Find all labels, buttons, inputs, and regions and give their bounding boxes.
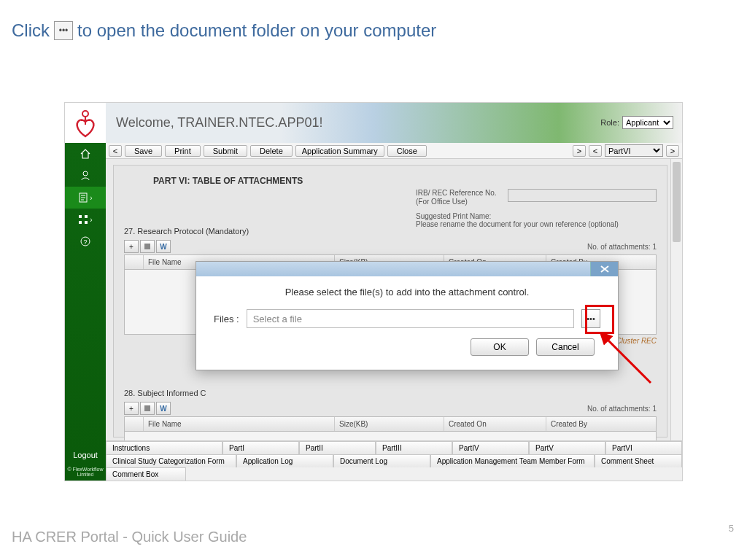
clipboard-icon (78, 192, 88, 203)
nav-help[interactable]: ? (65, 230, 106, 252)
save-attachment-button[interactable] (140, 240, 155, 253)
welcome-text: Welcome, TRAINER.NTEC.APP01! (116, 115, 322, 131)
copyright: © FlexWorkflow Limited (65, 464, 106, 481)
nav-user[interactable] (65, 165, 106, 187)
page-number: 5 (729, 523, 734, 534)
tab-part1[interactable]: PartI (222, 441, 299, 454)
submit-button[interactable]: Submit (204, 145, 247, 157)
attachment-table-28: File Name Size(KB) Created On Created By (124, 416, 657, 440)
summary-button[interactable]: Application Summary (295, 145, 384, 157)
tb-next-section[interactable]: > (573, 145, 586, 157)
scrollbar[interactable] (670, 159, 682, 440)
add-attachment-button-2[interactable]: + (124, 402, 139, 415)
dialog-close-button[interactable] (590, 262, 618, 276)
tab-part4[interactable]: PartIV (452, 441, 529, 454)
svg-rect-10 (144, 405, 150, 411)
tab-app-log[interactable]: Application Log (236, 454, 333, 467)
svg-text:?: ? (83, 238, 87, 246)
chevron-right-icon: › (90, 216, 92, 224)
home-icon (80, 148, 91, 160)
file-input[interactable]: Select a file (247, 309, 574, 328)
close-icon (600, 265, 610, 273)
nav-grid[interactable]: › (65, 209, 106, 230)
tb-prev[interactable]: < (109, 145, 122, 157)
col-created-by-2: Created By (546, 417, 656, 431)
word-attachment-button[interactable]: W (156, 240, 171, 253)
help-icon: ? (80, 236, 91, 247)
reference-row: IRB/ REC Reference No. (For Office Use) (416, 189, 657, 206)
save-button[interactable]: Save (125, 145, 162, 157)
svg-rect-3 (79, 215, 82, 218)
svg-rect-9 (144, 244, 150, 249)
person-icon (80, 170, 91, 182)
attachment-count-2: No. of attachments: 1 (587, 405, 657, 413)
sidebar: › › ? Logout © FlexWorkflow Limited (65, 143, 106, 481)
question-28: 28. Subject Informed C (124, 389, 657, 397)
svg-point-0 (82, 111, 88, 117)
ref-label-1: IRB/ REC Reference No. (416, 189, 503, 198)
nav-form[interactable]: › (65, 187, 106, 209)
ok-button[interactable]: OK (471, 338, 529, 356)
svg-rect-5 (79, 221, 82, 224)
role-label: Role: (600, 118, 619, 127)
ellipsis-icon: ••• (54, 21, 73, 40)
dialog-text: Please select the file(s) to add into th… (214, 287, 600, 298)
files-label: Files : (214, 314, 239, 324)
instruction-heading: Click ••• to open the document folder on… (12, 20, 436, 41)
form-title: PART VI: TABLE OF ATTACHMENTS (153, 176, 657, 186)
section-select[interactable]: PartVI (605, 144, 663, 157)
bottom-tabs: Instructions PartI PartII PartIII PartIV… (106, 440, 682, 481)
instruction-prefix: Click (12, 20, 50, 41)
print-button[interactable]: Print (165, 145, 201, 157)
delete-button[interactable]: Delete (250, 145, 293, 157)
file-placeholder: Select a file (253, 314, 302, 324)
role-selector: Role: Applicant (600, 116, 673, 129)
svg-rect-6 (85, 221, 88, 224)
word-attachment-button-2[interactable]: W (156, 402, 171, 415)
file-select-dialog: Please select the file(s) to add into th… (196, 261, 619, 370)
dialog-titlebar (196, 262, 618, 276)
tab-part5[interactable]: PartV (529, 441, 605, 454)
tab-instructions[interactable]: Instructions (106, 441, 222, 454)
disk-icon (144, 405, 151, 412)
col-size-2: Size(KB) (335, 417, 444, 431)
footer-title: HA CRER Portal - Quick User Guide (12, 529, 247, 545)
save-attachment-button-2[interactable] (140, 402, 155, 415)
reference-input[interactable] (508, 189, 657, 202)
grid-icon (78, 214, 88, 225)
svg-rect-4 (85, 215, 88, 218)
tb-next[interactable]: > (666, 145, 679, 157)
tb-prev-section[interactable]: < (589, 145, 602, 157)
logo (65, 103, 106, 143)
tab-part6[interactable]: PartVI (605, 441, 682, 454)
cancel-button[interactable]: Cancel (536, 338, 595, 356)
close-button[interactable]: Close (387, 145, 427, 157)
tab-categorization[interactable]: Clinical Study Categorization Form (106, 454, 236, 467)
suggested-print-name: Suggested Print Name: Please rename the … (416, 212, 657, 228)
disk-icon (144, 243, 151, 250)
nav-home[interactable] (65, 143, 106, 165)
banner: Welcome, TRAINER.NTEC.APP01! Role: Appli… (65, 103, 682, 143)
tab-doc-log[interactable]: Document Log (333, 454, 430, 467)
tab-part2[interactable]: PartII (299, 441, 376, 454)
tab-team-form[interactable]: Application Management Team Member Form (430, 454, 595, 467)
form-toolbar: < Save Print Submit Delete Application S… (106, 143, 682, 159)
role-select[interactable]: Applicant (622, 116, 673, 129)
tab-comment-sheet[interactable]: Comment Sheet (595, 454, 682, 467)
ellipsis-icon: ••• (587, 314, 595, 323)
svg-point-1 (83, 171, 88, 176)
col-created-on-2: Created On (444, 417, 546, 431)
tab-part3[interactable]: PartIII (376, 441, 452, 454)
heart-person-icon (72, 109, 98, 138)
instruction-suffix: to open the document folder on your comp… (77, 20, 436, 41)
ref-label-2: (For Office Use) (416, 198, 503, 206)
add-attachment-button[interactable]: + (124, 240, 139, 253)
chevron-right-icon: › (90, 194, 92, 202)
browse-button[interactable]: ••• (581, 309, 600, 328)
tab-comment-box[interactable]: Comment Box (106, 467, 186, 481)
attachment-count: No. of attachments: 1 (587, 243, 657, 251)
logout-link[interactable]: Logout (65, 446, 106, 464)
col-filename-2: File Name (144, 417, 335, 431)
